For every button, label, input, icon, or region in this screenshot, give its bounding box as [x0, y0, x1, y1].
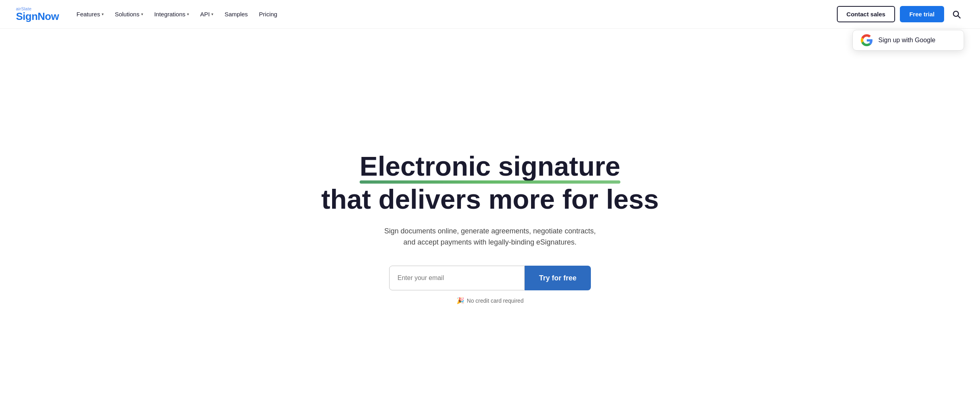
search-icon [952, 10, 961, 19]
nav-item-samples[interactable]: Samples [220, 8, 252, 21]
free-trial-button[interactable]: Free trial [900, 6, 944, 22]
hero-email-form: Try for free [389, 266, 591, 290]
logo[interactable]: airSlate SignNow [16, 7, 59, 22]
email-input[interactable] [389, 266, 525, 290]
hero-title-line2: that delivers more for less [321, 184, 659, 214]
google-logo-icon [861, 34, 873, 46]
chevron-down-icon: ▾ [187, 12, 189, 16]
hero-title: Electronic signature that delivers more … [321, 151, 659, 214]
google-signup-label: Sign up with Google [878, 37, 935, 44]
logo-signnow: SignNow [16, 11, 59, 22]
party-emoji-icon: 🎉 [457, 297, 464, 304]
hero-title-underline-wrapper: Electronic signature [360, 151, 620, 181]
header: airSlate SignNow Features ▾ Solutions ▾ … [0, 0, 980, 29]
try-for-free-button[interactable]: Try for free [525, 266, 591, 290]
header-left: airSlate SignNow Features ▾ Solutions ▾ … [16, 7, 282, 22]
svg-line-1 [958, 16, 960, 18]
nav-item-integrations[interactable]: Integrations ▾ [150, 8, 194, 21]
nav-item-pricing[interactable]: Pricing [254, 8, 282, 21]
green-underline-decoration [360, 180, 620, 184]
main-nav: Features ▾ Solutions ▾ Integrations ▾ AP… [72, 8, 282, 21]
chevron-down-icon: ▾ [102, 12, 104, 16]
no-credit-card-notice: 🎉 No credit card required [457, 297, 523, 304]
chevron-down-icon: ▾ [141, 12, 143, 16]
nav-item-features[interactable]: Features ▾ [72, 8, 108, 21]
nav-item-api[interactable]: API ▾ [195, 8, 218, 21]
hero-section: Electronic signature that delivers more … [0, 29, 980, 419]
header-right: Contact sales Free trial Sign up with Go… [837, 6, 964, 22]
hero-subtitle: Sign documents online, generate agreemen… [378, 225, 602, 249]
hero-title-line1: Electronic signature [321, 151, 659, 181]
chevron-down-icon: ▾ [211, 12, 213, 16]
nav-item-solutions[interactable]: Solutions ▾ [110, 8, 148, 21]
google-signup-dropdown[interactable]: Sign up with Google [852, 30, 964, 51]
search-button[interactable] [949, 7, 964, 22]
contact-sales-button[interactable]: Contact sales [837, 6, 895, 22]
